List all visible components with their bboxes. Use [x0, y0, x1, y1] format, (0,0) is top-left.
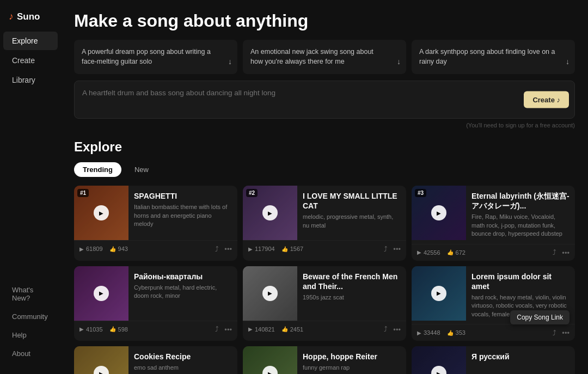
song-info-2: I LOVE MY SMALL LITTLE CAT melodic, prog… [297, 186, 406, 240]
more-icon-4[interactable]: ••• [224, 326, 232, 334]
song-tags-2: melodic, progressive metal, synth, nu me… [303, 213, 401, 230]
share-icon-4[interactable]: ⤴ [215, 325, 219, 333]
more-icon-2[interactable]: ••• [393, 245, 401, 253]
likes-stat-6: 👍 353 [447, 329, 465, 336]
action-icons-6: ⤴ ••• Copy Song Link [553, 328, 569, 338]
suggestion-arrow-1: ↓ [228, 57, 232, 68]
signup-hint: (You'll need to sign up for a free accou… [74, 122, 575, 128]
song-tags-7: emo sad anthem [134, 364, 232, 372]
song-title-7: Cookies Recipe [134, 352, 232, 361]
create-button[interactable]: Create ♪ [524, 91, 569, 108]
share-icon-6[interactable]: ⤴ [553, 329, 556, 337]
play-button-7[interactable]: ▶ [94, 366, 109, 374]
like-count-6: 353 [456, 329, 465, 336]
plays-stat-1: ▶ 61809 [79, 246, 103, 252]
play-button-5[interactable]: ▶ [262, 286, 278, 301]
play-overlay-8[interactable]: ▶ [243, 346, 297, 374]
song-tags-3: Fire, Rap, Miku voice, Vocaloid, math ro… [471, 213, 569, 238]
nav-about[interactable]: About [3, 345, 58, 363]
song-thumbnail-8: ▶ [243, 346, 297, 374]
play-overlay-7[interactable]: ▶ [74, 346, 128, 374]
song-thumbnail-1: ▶ #1 [74, 186, 128, 240]
nav-help[interactable]: Help [3, 326, 58, 344]
likes-stat-3: 👍 672 [447, 249, 465, 256]
nav-library[interactable]: Library [3, 71, 58, 89]
song-card-6: ▶ Lorem ipsum dolor sit amet hard rock, … [412, 266, 575, 341]
play-overlay-9[interactable]: ▶ [412, 346, 466, 374]
nav-explore[interactable]: Explore [3, 32, 58, 50]
suggestion-card-2[interactable]: An emotional new jack swing song about h… [243, 40, 406, 74]
suggestion-arrow-3: ↓ [566, 57, 569, 68]
song-info-3: Eternal labyrinth (永恒迷宫-アバタレーガ)... Fire,… [466, 186, 575, 244]
play-count-6: 33448 [424, 329, 440, 336]
share-icon-5[interactable]: ⤴ [384, 325, 388, 333]
create-area: Create ♪ [74, 81, 575, 119]
like-icon-3: 👍 [447, 249, 454, 255]
rank-badge-2: #2 [246, 189, 258, 197]
song-card-bottom-3: ▶ 42556 👍 672 ⤴ ••• [412, 244, 575, 261]
song-card-bottom-5: ▶ 140821 👍 2451 ⤴ ••• [243, 321, 406, 338]
like-icon-2: 👍 [281, 246, 288, 252]
song-title-3: Eternal labyrinth (永恒迷宫-アバタレーガ)... [471, 191, 569, 211]
song-card-1: ▶ #1 SPAGHETTI Italian bombastic theme w… [74, 186, 237, 261]
song-tags-1: Italian bombastic theme with lots of hor… [134, 203, 232, 228]
plays-stat-6: ▶ 33448 [417, 329, 440, 336]
play-overlay-4[interactable]: ▶ [74, 266, 128, 321]
play-button-2[interactable]: ▶ [262, 205, 278, 220]
play-button-9[interactable]: ▶ [431, 366, 446, 374]
song-thumbnail-4: ▶ [74, 266, 128, 321]
play-count-5: 140821 [255, 326, 275, 333]
song-title-8: Hoppe, hoppe Reiter [303, 352, 401, 361]
song-card-top-1: ▶ #1 SPAGHETTI Italian bombastic theme w… [74, 186, 237, 240]
logo: ♪ Suno [0, 7, 61, 31]
like-count-5: 2451 [290, 326, 303, 333]
more-container-2: ••• [393, 244, 401, 254]
like-icon-4: 👍 [109, 326, 116, 332]
more-container-4: ••• [224, 324, 232, 334]
more-icon-3[interactable]: ••• [562, 249, 569, 257]
song-info-9: Я русский [466, 346, 575, 374]
suggestion-card-3[interactable]: A dark synthpop song about finding love … [412, 40, 575, 74]
share-icon-3[interactable]: ⤴ [553, 248, 556, 256]
song-card-8: ▶ Hoppe, hoppe Reiter funny german rap ▶… [243, 346, 406, 374]
song-info-1: SPAGHETTI Italian bombastic theme with l… [128, 186, 237, 240]
play-button-3[interactable]: ▶ [431, 205, 446, 220]
copy-link-tooltip: Copy Song Link [510, 310, 569, 324]
play-overlay-6[interactable]: ▶ [412, 266, 466, 321]
play-button-8[interactable]: ▶ [262, 366, 278, 374]
like-count-4: 598 [118, 326, 128, 333]
likes-stat-4: 👍 598 [109, 326, 128, 333]
play-button-6[interactable]: ▶ [431, 286, 446, 301]
play-overlay-5[interactable]: ▶ [243, 266, 297, 321]
suno-logo-icon: ♪ [9, 11, 14, 22]
create-input[interactable] [82, 89, 567, 108]
more-icon-5[interactable]: ••• [393, 326, 401, 334]
suggestion-arrow-2: ↓ [397, 57, 401, 68]
song-info-5: Beware of the French Men and Their... 19… [297, 266, 406, 321]
tab-trending[interactable]: Trending [74, 162, 121, 177]
song-card-top-8: ▶ Hoppe, hoppe Reiter funny german rap [243, 346, 406, 374]
song-card-top-7: ▶ Cookies Recipe emo sad anthem [74, 346, 237, 374]
nav-create[interactable]: Create [3, 51, 58, 70]
song-card-bottom-4: ▶ 41035 👍 598 ⤴ ••• [74, 321, 237, 338]
share-icon-1[interactable]: ⤴ [215, 245, 219, 253]
likes-stat-1: 👍 943 [109, 246, 128, 252]
play-button-4[interactable]: ▶ [94, 286, 109, 301]
song-card-2: ▶ #2 I LOVE MY SMALL LITTLE CAT melodic,… [243, 186, 406, 261]
tab-new[interactable]: New [126, 162, 157, 177]
share-icon-2[interactable]: ⤴ [384, 245, 388, 253]
hero-title: Make a song about anything [74, 11, 575, 31]
play-button-1[interactable]: ▶ [94, 205, 109, 220]
song-card-top-2: ▶ #2 I LOVE MY SMALL LITTLE CAT melodic,… [243, 186, 406, 240]
action-icons-5: ⤴ ••• [384, 324, 401, 334]
suggestion-card-1[interactable]: A powerful dream pop song about writing … [74, 40, 237, 74]
nav-whats-new[interactable]: What's New? [3, 281, 58, 307]
song-card-top-4: ▶ Районы-кварталы Cyberpunk metal, hard … [74, 266, 237, 321]
more-icon-6[interactable]: ••• [562, 329, 569, 337]
like-icon-6: 👍 [447, 330, 454, 336]
nav-community[interactable]: Community [3, 308, 58, 326]
play-count-icon-5: ▶ [248, 326, 253, 332]
song-card-bottom-6: ▶ 33448 👍 353 ⤴ ••• Copy Song Link [412, 324, 575, 341]
more-container-1: ••• [224, 244, 232, 254]
more-icon-1[interactable]: ••• [224, 245, 232, 253]
